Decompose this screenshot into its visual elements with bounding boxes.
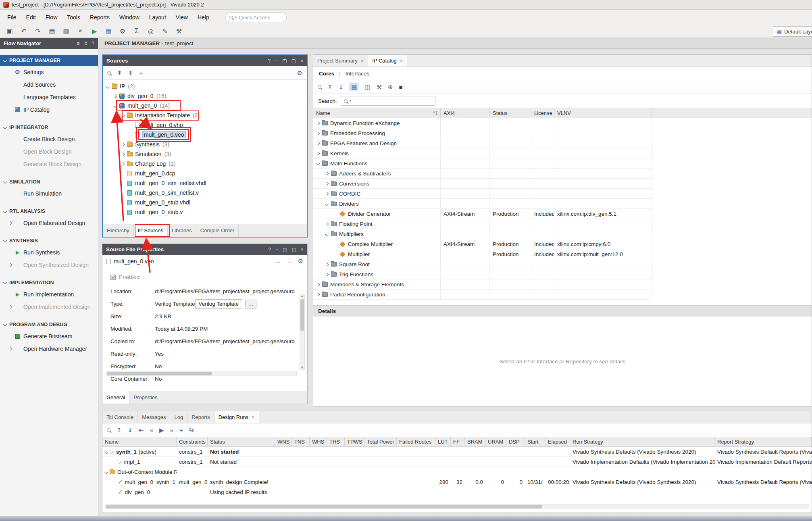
ip-catalog-row[interactable]: Square Root xyxy=(313,259,652,269)
results-tab[interactable]: Tcl Console xyxy=(102,411,138,423)
results-tab[interactable]: Reports xyxy=(187,411,214,423)
panel-control-icon[interactable]: ? xyxy=(268,58,271,64)
column-header[interactable]: Failed Routes xyxy=(397,437,435,446)
navigator-header-icon[interactable]: ⇕ xyxy=(83,41,87,46)
results-tab[interactable]: Log xyxy=(170,411,187,423)
menu-item[interactable]: Layout xyxy=(144,12,171,23)
ip-catalog-row[interactable]: Divider Generator AXI4-Stream Production… xyxy=(313,209,652,219)
document-tab[interactable]: IP Catalog × xyxy=(368,55,407,67)
toolbar-icon[interactable]: ⚙ xyxy=(118,27,127,35)
expander-icon[interactable] xyxy=(325,272,329,276)
column-header[interactable]: FF xyxy=(451,437,465,446)
design-runs-toolbar-icon[interactable]: % xyxy=(189,427,194,434)
properties-tab[interactable]: Properties xyxy=(129,391,162,404)
toolbar-icon[interactable]: ↶ xyxy=(19,27,29,35)
column-header[interactable]: Start xyxy=(525,437,545,446)
design-run-row[interactable]: synth_1 (active) constrs_1 Not started xyxy=(102,447,812,457)
tree-row[interactable]: Change Log (1) xyxy=(103,159,307,169)
column-header[interactable]: URAM xyxy=(485,437,506,446)
column-header[interactable]: LUT xyxy=(435,437,451,446)
menu-item[interactable]: Tools xyxy=(62,12,85,23)
flow-navigator-section-header[interactable]: PROJECT MANAGER xyxy=(0,55,98,66)
toolbar-icon[interactable]: ↷ xyxy=(33,27,43,35)
type-combo-box[interactable]: Verilog Template xyxy=(195,299,243,309)
design-runs-toolbar-icon[interactable]: « xyxy=(150,427,153,434)
layout-selector-button[interactable]: ▦ Default Layout xyxy=(773,26,812,37)
catalog-toolbar-icon[interactable]: ⊕ xyxy=(388,83,393,91)
column-header[interactable]: Name xyxy=(102,437,177,446)
catalog-toolbar-icon[interactable]: ■ xyxy=(399,83,403,90)
ip-catalog-row[interactable]: Embedded Processing xyxy=(313,128,652,138)
expander-icon[interactable] xyxy=(325,222,329,226)
expander-icon[interactable] xyxy=(325,171,329,175)
expander-icon[interactable] xyxy=(121,113,125,117)
flow-navigator-item[interactable]: Run Implementation xyxy=(0,288,98,300)
column-header[interactable]: DSP xyxy=(506,437,525,446)
quick-access-search[interactable]: ▾ Quick Access xyxy=(225,13,287,22)
expander-icon[interactable] xyxy=(316,161,320,165)
horizontal-scrollbar[interactable] xyxy=(106,371,297,376)
menu-item[interactable]: Reports xyxy=(85,12,115,23)
ip-catalog-row[interactable]: FPGA Features and Design xyxy=(313,138,652,148)
ip-catalog-row[interactable]: Complex Multiplier AXI4-Stream Productio… xyxy=(313,239,652,249)
column-header[interactable]: Run Strategy xyxy=(570,437,715,446)
tree-row[interactable]: mult_gen_0.veo xyxy=(103,130,307,140)
column-header[interactable]: Report Strategy xyxy=(715,437,812,446)
flow-navigator-section-header[interactable]: PROGRAM AND DEBUG xyxy=(0,319,98,330)
document-tab[interactable]: Project Summary × xyxy=(313,55,368,67)
expander-icon[interactable] xyxy=(316,121,320,125)
navigator-header-icon[interactable]: ≡ xyxy=(77,41,79,46)
toolbar-icon[interactable]: Σ xyxy=(132,27,142,35)
column-header[interactable]: Elapsed xyxy=(545,437,570,446)
design-runs-toolbar-icon[interactable]: ⇟ xyxy=(128,427,133,434)
expander-icon[interactable] xyxy=(121,152,125,156)
sources-view-tab[interactable]: Compile Order xyxy=(196,224,239,237)
forward-icon[interactable]: → xyxy=(287,258,293,265)
expander-icon[interactable] xyxy=(316,151,320,155)
panel-control-icon[interactable]: ◳ xyxy=(282,58,287,64)
flow-navigator-item[interactable]: Run Synthesis xyxy=(0,246,98,258)
column-header[interactable]: Constraints xyxy=(177,437,208,446)
column-header[interactable]: THS xyxy=(327,437,345,446)
expander-icon[interactable] xyxy=(325,181,329,185)
vertical-scrollbar[interactable]: ▲ ▼ xyxy=(300,294,305,370)
expander-icon[interactable] xyxy=(113,94,117,98)
tree-row[interactable]: mult_gen_0_sim_netlist.v xyxy=(103,188,307,198)
search-icon[interactable] xyxy=(318,85,321,89)
tree-row[interactable]: mult_gen_0_sim_netlist.vhdl xyxy=(103,178,307,188)
ip-catalog-row[interactable]: Kernels xyxy=(313,148,652,158)
close-icon[interactable]: × xyxy=(400,58,403,64)
search-icon[interactable] xyxy=(107,428,110,432)
menu-item[interactable]: Edit xyxy=(21,12,41,23)
flow-navigator-item[interactable]: Generate Block Design xyxy=(0,158,98,170)
flow-navigator-section-header[interactable]: IMPLEMENTATION xyxy=(0,277,98,288)
catalog-search-input[interactable]: ▾ xyxy=(341,96,435,106)
menu-item[interactable]: Flow xyxy=(41,12,62,23)
expander-icon[interactable] xyxy=(106,84,110,88)
ip-catalog-row[interactable]: Memories & Storage Elements xyxy=(313,279,652,290)
tree-row[interactable]: mult_gen_0_stub.v xyxy=(103,207,307,217)
flow-navigator-section-header[interactable]: RTL ANALYSIS xyxy=(0,206,98,217)
panel-control-icon[interactable]: ? xyxy=(269,247,271,252)
flow-navigator-item[interactable]: Generate Bitstream xyxy=(0,330,98,342)
ip-catalog-row[interactable]: Partial Reconfiguration xyxy=(313,290,652,300)
results-tab[interactable]: Design Runs × xyxy=(214,411,259,423)
catalog-toolbar-icon[interactable]: ◫ xyxy=(364,83,370,91)
panel-control-icon[interactable]: × xyxy=(301,247,304,252)
flow-navigator-section-header[interactable]: SYNTHESIS xyxy=(0,235,98,246)
toolbar-icon[interactable]: ▶ xyxy=(90,27,99,35)
flow-navigator-item[interactable]: Create Block Design xyxy=(0,133,98,145)
subtab-cores[interactable]: Cores xyxy=(319,71,334,77)
column-header[interactable]: WNS xyxy=(275,437,292,446)
ip-catalog-row[interactable]: Dynamic Function eXchange xyxy=(313,118,652,128)
column-header-name[interactable]: Name ^1 xyxy=(313,108,441,118)
column-header-axi4[interactable]: AXI4 xyxy=(441,108,490,118)
ip-catalog-row[interactable]: CORDIC xyxy=(313,189,652,199)
flow-navigator-item[interactable]: Open Synthesized Design xyxy=(0,258,98,271)
results-tab[interactable]: Messages xyxy=(138,411,170,423)
expander-icon[interactable] xyxy=(316,141,320,145)
subtab-interfaces[interactable]: Interfaces xyxy=(346,71,369,77)
tree-row[interactable]: Synthesis (3) xyxy=(103,140,307,149)
expander-icon[interactable] xyxy=(325,262,329,266)
toolbar-icon[interactable]: ▤ xyxy=(47,27,57,35)
